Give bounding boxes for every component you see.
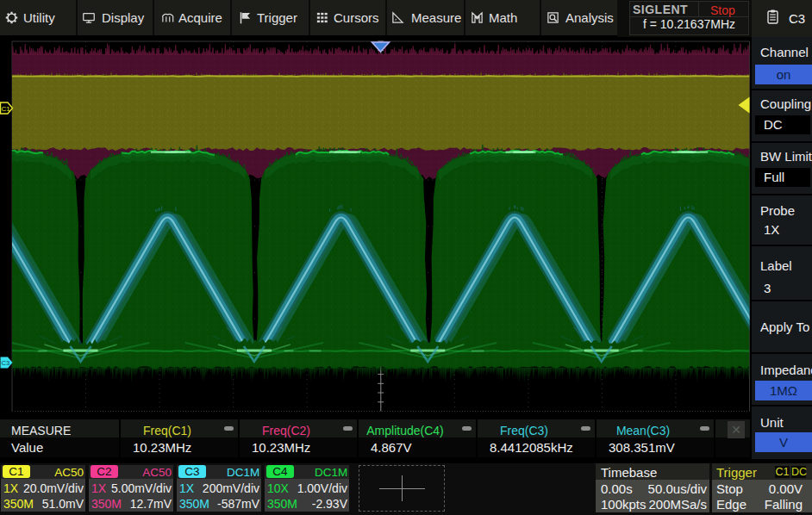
svg-text:C3: C3 [2,359,10,367]
svg-text:C1: C1 [2,105,11,113]
